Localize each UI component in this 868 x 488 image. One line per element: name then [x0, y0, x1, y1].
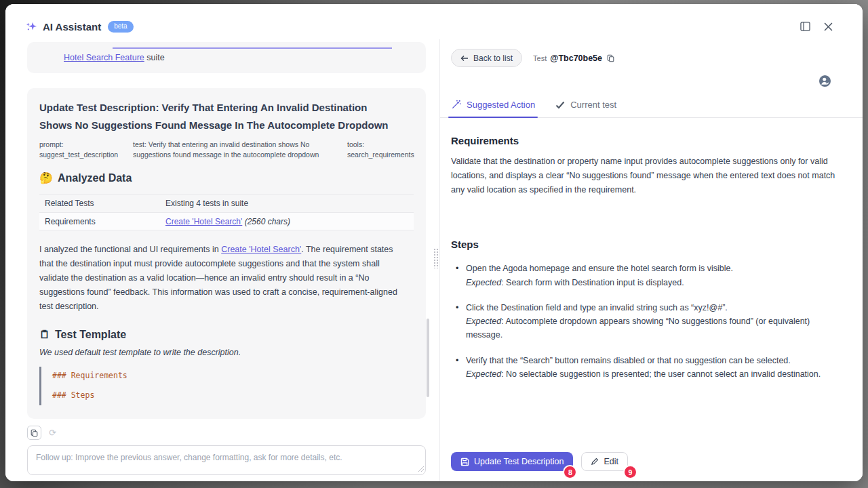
steps-list: • Open the Agoda homepage and ensure the… — [451, 262, 835, 381]
annotation-badge-8: 8 — [564, 466, 576, 478]
close-icon — [824, 22, 833, 31]
template-note: We used default test template to write t… — [39, 348, 414, 357]
check-icon — [555, 101, 565, 109]
page-title: AI Assistant — [43, 21, 101, 33]
left-panel-scrollbar[interactable] — [427, 319, 429, 397]
regenerate-button[interactable]: ⟳ — [45, 426, 60, 440]
prompt-meta: prompt: suggest_test_description test: V… — [39, 140, 414, 161]
save-icon — [460, 458, 469, 466]
test-template-heading: 🗒 Test Template — [39, 329, 414, 341]
step-action: Verify that the “Search” button remains … — [466, 356, 791, 365]
pencil-icon — [591, 458, 599, 466]
list-item: • Click the Destination field and type a… — [451, 301, 835, 342]
tab-suggested-action[interactable]: Suggested Action — [451, 100, 535, 117]
resize-grip-icon[interactable] — [418, 466, 424, 472]
template-code-block: ### Requirements ### Steps — [39, 367, 414, 405]
edit-button[interactable]: Edit 9 — [581, 452, 628, 471]
modal-header: AI Assistant beta — [5, 4, 863, 39]
thinking-emoji-icon: 🤔 — [39, 171, 53, 184]
copy-answer-button[interactable] — [27, 426, 41, 440]
list-item: • Verify that the “Search” button remain… — [451, 354, 835, 382]
panel-toggle-button[interactable] — [795, 16, 815, 37]
annotation-badge-9: 9 — [625, 466, 636, 478]
expected-label: Expected — [466, 317, 501, 326]
update-test-description-button[interactable]: Update Test Description 8 — [451, 452, 573, 471]
beta-badge: beta — [108, 21, 133, 33]
expected-label: Expected — [466, 369, 501, 379]
step-expected: : No selectable suggestion is presented;… — [501, 369, 821, 379]
hotel-search-feature-link[interactable]: Hotel Search Feature — [64, 53, 144, 62]
meta-prompt: prompt: suggest_test_description — [39, 140, 122, 161]
ai-assistant-modal: AI Assistant beta Hotel Search Feature s… — [5, 4, 863, 481]
copy-icon — [31, 429, 38, 437]
list-item: • Open the Agoda homepage and ensure the… — [451, 262, 835, 289]
requirements-doc-link[interactable]: Create 'Hotel Search' — [165, 217, 242, 226]
panel-resize-handle[interactable] — [433, 248, 439, 268]
table-row: Related Tests Existing 4 tests in suite — [39, 194, 414, 212]
follow-up-textarea[interactable] — [27, 445, 426, 475]
requirements-body: Validate that the destination or propert… — [451, 155, 835, 197]
step-expected: : Autocomplete dropdown appears showing … — [466, 317, 810, 340]
back-to-list-button[interactable]: Back to list — [451, 49, 522, 67]
test-detail-panel: Back to list Test @Tbc70be5e — [439, 4, 863, 481]
steps-heading: Steps — [451, 239, 835, 250]
answer-title: Update Test Description: Verify That Ent… — [39, 99, 392, 134]
tab-current-test[interactable]: Current test — [555, 100, 616, 117]
test-label: Test — [533, 54, 547, 62]
clipped-element-edge — [113, 47, 392, 49]
notepad-emoji-icon: 🗒 — [39, 329, 50, 341]
step-expected: : Search form with Destination input is … — [501, 278, 684, 287]
requirements-heading: Requirements — [451, 135, 835, 146]
magic-wand-icon — [451, 100, 461, 110]
chars-note: (2560 chars) — [245, 217, 290, 226]
sparkles-icon — [26, 21, 37, 33]
bullet-icon: • — [451, 301, 466, 342]
sidebar-panel-icon — [800, 22, 810, 31]
context-text: Hotel Search Feature suite — [64, 53, 415, 62]
copy-icon — [607, 54, 614, 62]
meta-test: test: Verify that entering an invalid de… — [133, 140, 336, 161]
analysis-paragraph: I analyzed the functional and UI require… — [39, 243, 406, 314]
analyzed-data-table: Related Tests Existing 4 tests in suite … — [39, 194, 414, 230]
expected-label: Expected — [466, 278, 501, 287]
bullet-icon: • — [451, 354, 466, 382]
context-card: Hotel Search Feature suite — [27, 42, 426, 73]
requirements-doc-link[interactable]: Create 'Hotel Search' — [221, 245, 301, 254]
copy-test-id-button[interactable] — [607, 54, 614, 62]
step-action: Open the Agoda homepage and ensure the h… — [466, 264, 733, 273]
close-modal-button[interactable] — [818, 16, 838, 37]
table-row: Requirements Create 'Hotel Search' (2560… — [39, 212, 414, 230]
analyzed-data-heading: 🤔 Analyzed Data — [39, 171, 414, 184]
test-id: @Tbc70be5e — [550, 54, 602, 63]
arrow-left-icon — [460, 55, 469, 62]
user-check-icon — [818, 75, 831, 87]
refresh-icon: ⟳ — [49, 428, 56, 438]
step-action: Click the Destination field and type an … — [466, 303, 728, 312]
tab-bar: Suggested Action Current test — [440, 100, 863, 118]
assistant-answer-card: Update Test Description: Verify That Ent… — [27, 88, 426, 419]
chat-panel: Hotel Search Feature suite Update Test D… — [5, 39, 439, 481]
bullet-icon: • — [451, 262, 466, 289]
meta-tools: tools: search_requirements — [347, 140, 414, 161]
